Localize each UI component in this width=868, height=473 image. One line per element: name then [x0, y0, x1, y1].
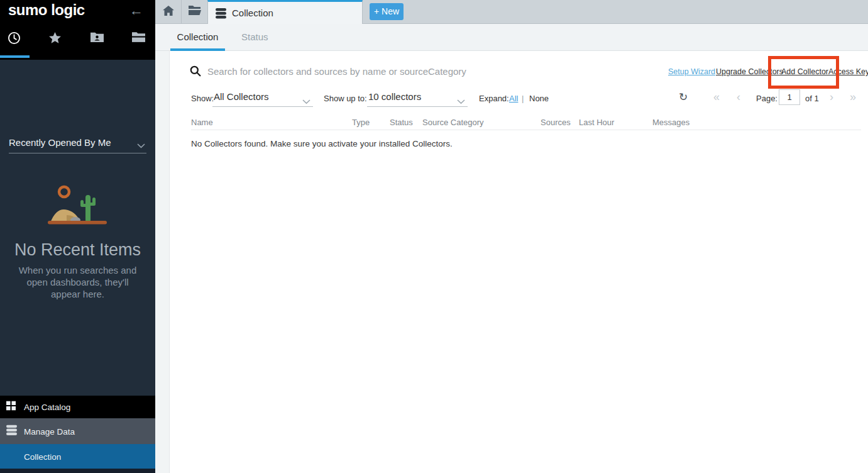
column-header-status[interactable]: Status [390, 118, 413, 127]
last-page-button[interactable]: » [850, 91, 856, 104]
sidebar-item-label: App Catalog [24, 403, 70, 412]
page-count-label: of 1 [805, 94, 819, 103]
recently-opened-label: Recently Opened By Me [9, 137, 111, 148]
sidebar-item-collection[interactable]: Collection [0, 444, 155, 469]
show-dropdown[interactable]: All Collectors [212, 89, 313, 107]
divider [9, 153, 146, 153]
expand-separator: | [522, 94, 524, 103]
sumo-logic-app: sumo logic ← [0, 0, 868, 473]
search-icon [190, 65, 201, 79]
folder-open-icon [189, 6, 201, 18]
sidebar-item-app-catalog[interactable]: App Catalog [0, 396, 155, 418]
previous-page-button[interactable]: ‹ [737, 91, 740, 104]
sumo-logic-logo: sumo logic [8, 1, 85, 19]
grid-icon [6, 401, 16, 413]
empty-state-title: No Recent Items [0, 240, 155, 260]
tab-title: Collection [232, 8, 273, 18]
column-header-source-category[interactable]: Source Category [422, 118, 484, 127]
show-label: Show: [191, 94, 214, 103]
page-label: Page: [756, 94, 777, 103]
column-header-name[interactable]: Name [191, 118, 213, 127]
star-icon [48, 36, 62, 47]
library-tab-button[interactable] [132, 31, 148, 48]
home-button[interactable] [155, 0, 182, 23]
show-up-to-label: Show up to: [324, 94, 367, 103]
expand-all-link[interactable]: All [509, 94, 518, 103]
database-icon [216, 8, 226, 21]
home-icon [163, 6, 174, 18]
first-page-button[interactable]: « [713, 91, 720, 104]
shared-content-tab-button[interactable] [91, 31, 107, 48]
column-header-sources[interactable]: Sources [541, 118, 571, 127]
chevron-down-icon [457, 96, 465, 107]
next-page-button[interactable]: › [830, 91, 833, 104]
content-gutter [155, 51, 170, 473]
sidebar: sumo logic ← [0, 0, 155, 473]
column-header-type[interactable]: Type [352, 118, 370, 127]
sidebar-item-manage-data[interactable]: Manage Data [0, 418, 155, 444]
column-header-last-hour[interactable]: Last Hour [579, 118, 614, 127]
collection-panel [170, 51, 868, 473]
desert-illustration [48, 184, 107, 228]
shared-folder-icon [91, 33, 104, 44]
collapse-sidebar-button[interactable]: ← [129, 3, 143, 19]
show-up-to-dropdown-value: 10 collectors [368, 91, 421, 102]
setup-wizard-link[interactable]: Setup Wizard [668, 67, 715, 76]
table-header-divider [191, 130, 861, 130]
column-header-messages[interactable]: Messages [652, 118, 689, 127]
show-up-to-dropdown[interactable]: 10 collectors [367, 89, 468, 107]
folder-icon [132, 33, 145, 44]
clock-icon [8, 36, 21, 47]
page-number-input[interactable] [779, 89, 800, 105]
table-empty-message: No Collectors found. Make sure you activ… [191, 139, 453, 148]
new-button[interactable]: + New [370, 3, 404, 20]
show-dropdown-value: All Collectors [214, 91, 269, 102]
sidebar-footer [0, 469, 155, 473]
expand-label: Expand: [479, 94, 509, 103]
sidebar-item-label: Collection [24, 452, 61, 461]
recents-tab-button[interactable] [8, 31, 24, 48]
sidebar-header: sumo logic ← [0, 0, 155, 60]
empty-state-message: When you run searches and open dashboard… [11, 264, 144, 301]
chevron-down-icon [302, 96, 310, 107]
active-tab-indicator [0, 55, 30, 58]
tab-collection-document[interactable]: Collection [207, 0, 363, 24]
favorites-tab-button[interactable] [48, 31, 65, 48]
refresh-icon[interactable]: ↻ [679, 91, 688, 104]
database-icon [6, 425, 17, 438]
expand-none-link[interactable]: None [529, 94, 549, 103]
sidebar-item-label: Manage Data [24, 426, 75, 436]
recently-opened-dropdown[interactable]: Recently Opened By Me [0, 65, 155, 92]
search-input[interactable] [207, 62, 559, 81]
tab-collection[interactable]: Collection [170, 31, 225, 42]
chevron-down-icon [137, 140, 145, 151]
annotation-highlight-box [768, 56, 839, 89]
open-library-button[interactable] [182, 0, 208, 23]
tab-status[interactable]: Status [241, 31, 268, 42]
